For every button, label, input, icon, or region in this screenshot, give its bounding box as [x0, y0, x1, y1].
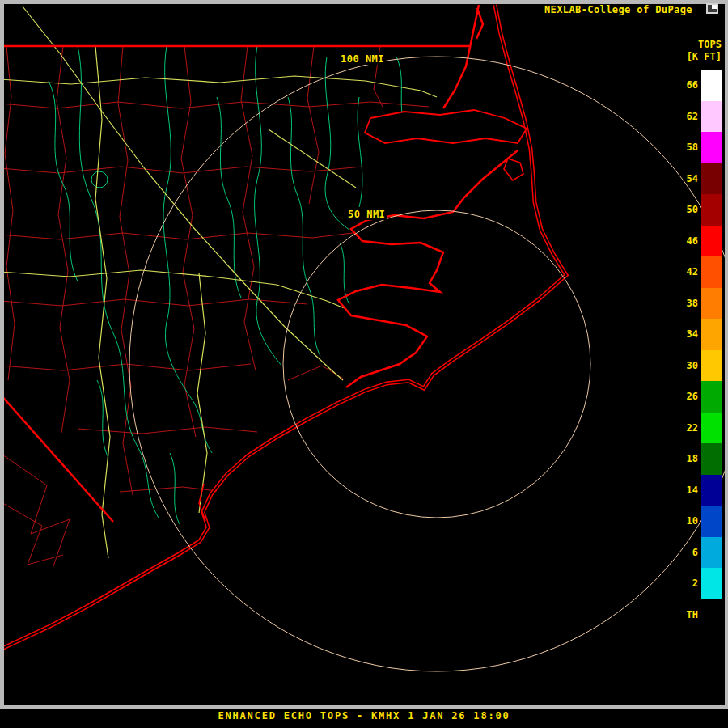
legend-color-swatch	[701, 350, 722, 382]
legend-color-swatch	[701, 443, 722, 475]
legend-row: 14	[679, 475, 722, 506]
range-ring-label-100nmi: 100 NMI	[339, 53, 386, 65]
radar-map	[0, 0, 728, 728]
legend-color-swatch	[701, 475, 722, 506]
legend-value-label: TH	[679, 609, 698, 620]
legend-color-swatch	[701, 70, 722, 101]
legend-row: 26	[679, 381, 722, 413]
legend-row: 54	[679, 163, 722, 195]
river-lines	[49, 46, 408, 524]
legend-color-swatch	[701, 194, 722, 226]
legend-row: 18	[679, 443, 722, 475]
legend-color-swatch	[701, 226, 722, 257]
scale-product-label: TOPS	[698, 39, 722, 50]
scale-units-label: [K FT]	[687, 51, 722, 62]
legend-row: TH	[679, 599, 722, 631]
legend-color-swatch	[701, 256, 722, 288]
range-ring-label-50nmi: 50 NMI	[346, 209, 387, 220]
source-title: NEXLAB-College of DuPage	[544, 4, 692, 15]
legend-row: 10	[679, 506, 722, 537]
legend-value-label: 10	[679, 515, 698, 527]
legend-value-label: 34	[679, 328, 698, 340]
legend-row: 46	[679, 226, 722, 257]
legend-value-label: 18	[679, 453, 698, 464]
legend: 66625854504642383430262218141062TH	[679, 70, 722, 630]
frame-border-right	[725, 0, 728, 709]
legend-row: 38	[679, 288, 722, 320]
legend-color-swatch	[701, 381, 722, 413]
legend-value-label: 6	[679, 547, 698, 558]
legend-value-label: 26	[679, 391, 698, 402]
legend-row: 2	[679, 568, 722, 599]
range-ring-50nmi	[283, 210, 590, 518]
legend-color-swatch	[701, 288, 722, 320]
legend-row: 62	[679, 101, 722, 133]
legend-color-swatch	[701, 319, 722, 350]
legend-value-label: 42	[679, 266, 698, 277]
legend-color-swatch	[701, 163, 722, 195]
legend-value-label: 58	[679, 142, 698, 153]
legend-color-swatch	[701, 132, 722, 163]
legend-color-swatch	[701, 506, 722, 537]
legend-value-label: 30	[679, 360, 698, 371]
legend-row: 42	[679, 256, 722, 288]
legend-value-label: 22	[679, 422, 698, 434]
legend-row: 66	[679, 70, 722, 101]
coastline-outer-banks	[0, 5, 566, 650]
legend-row: 50	[679, 194, 722, 226]
legend-value-label: 38	[679, 298, 698, 309]
legend-value-label: 46	[679, 235, 698, 247]
legend-value-label: 14	[679, 485, 698, 496]
legend-row: 30	[679, 350, 722, 382]
legend-row: 34	[679, 319, 722, 350]
legend-value-label: 54	[679, 173, 698, 184]
legend-row: 58	[679, 132, 722, 163]
legend-value-label: 66	[679, 79, 698, 91]
legend-color-swatch	[701, 599, 722, 631]
legend-row: 6	[679, 537, 722, 569]
legend-color-swatch	[701, 413, 722, 444]
frame-border-left	[0, 0, 4, 709]
legend-color-swatch	[701, 101, 722, 133]
legend-row: 22	[679, 413, 722, 444]
cod-logo-icon	[706, 3, 718, 14]
sound-water-outlines	[365, 110, 527, 180]
legend-value-label: 50	[679, 204, 698, 215]
range-rings	[129, 57, 728, 671]
legend-value-label: 62	[679, 111, 698, 122]
product-caption: ENHANCED ECHO TOPS - KMHX 1 JAN 26 18:00	[0, 710, 728, 722]
range-ring-100nmi	[129, 57, 728, 671]
highway-lines	[0, 6, 437, 558]
radar-display: 100 NMI 50 NMI NEXLAB-College of DuPage …	[0, 0, 728, 728]
legend-color-swatch	[701, 568, 722, 599]
legend-value-label: 2	[679, 578, 698, 589]
coastline-mainland	[199, 5, 518, 521]
legend-color-swatch	[701, 537, 722, 569]
frame-border-bottom	[0, 705, 728, 709]
